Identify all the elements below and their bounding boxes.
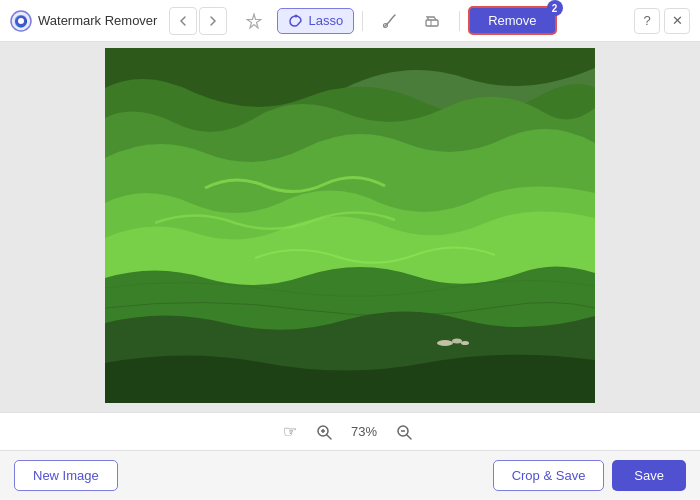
window-controls: ? ✕ bbox=[634, 8, 690, 34]
main-canvas-area bbox=[0, 42, 700, 412]
zoom-out-button[interactable] bbox=[391, 419, 417, 445]
brush-tool-button[interactable] bbox=[371, 8, 409, 34]
svg-marker-4 bbox=[247, 14, 261, 28]
svg-line-18 bbox=[407, 435, 411, 439]
svg-rect-7 bbox=[426, 20, 438, 26]
eraser-icon bbox=[424, 13, 440, 29]
svg-line-14 bbox=[327, 435, 331, 439]
remove-button[interactable]: Remove bbox=[468, 6, 556, 35]
zoom-in-icon bbox=[316, 424, 332, 440]
hand-tool-icon[interactable]: ☞ bbox=[283, 422, 297, 441]
tool-separator-2 bbox=[459, 11, 460, 31]
svg-point-10 bbox=[437, 340, 453, 346]
zoom-in-button[interactable] bbox=[311, 419, 337, 445]
close-button[interactable]: ✕ bbox=[664, 8, 690, 34]
zoom-out-icon bbox=[396, 424, 412, 440]
back-icon bbox=[177, 15, 189, 27]
bottom-toolbar: ☞ 73% bbox=[0, 412, 700, 450]
nav-buttons bbox=[169, 7, 227, 35]
footer-right: Crop & Save Save bbox=[493, 460, 686, 491]
svg-point-5 bbox=[295, 14, 298, 17]
lasso-label: Lasso bbox=[308, 13, 343, 28]
save-button[interactable]: Save bbox=[612, 460, 686, 491]
new-image-button[interactable]: New Image bbox=[14, 460, 118, 491]
remove-button-wrapper: Remove 2 bbox=[468, 6, 556, 35]
landscape-image bbox=[105, 48, 595, 403]
svg-point-11 bbox=[452, 338, 462, 343]
forward-button[interactable] bbox=[199, 7, 227, 35]
crop-save-button[interactable]: Crop & Save bbox=[493, 460, 605, 491]
footer-left: New Image bbox=[14, 460, 118, 491]
footer: New Image Crop & Save Save bbox=[0, 450, 700, 500]
eraser-tool-button[interactable] bbox=[413, 8, 451, 34]
svg-point-12 bbox=[461, 341, 469, 345]
tool-buttons: Lasso Remove 2 bbox=[235, 6, 556, 35]
forward-icon bbox=[207, 15, 219, 27]
svg-point-3 bbox=[18, 18, 24, 24]
tool-separator bbox=[362, 11, 363, 31]
help-button[interactable]: ? bbox=[634, 8, 660, 34]
back-button[interactable] bbox=[169, 7, 197, 35]
remove-badge: 2 bbox=[547, 0, 563, 16]
brush-icon bbox=[382, 13, 398, 29]
magic-icon bbox=[246, 13, 262, 29]
lasso-icon bbox=[288, 13, 304, 29]
magic-tool-button[interactable] bbox=[235, 8, 273, 34]
title-bar: 🔵 Watermark Remover bbox=[0, 0, 700, 42]
image-container bbox=[105, 48, 595, 407]
app-title: Watermark Remover bbox=[38, 13, 157, 28]
zoom-level: 73% bbox=[351, 424, 377, 439]
lasso-tool-button[interactable]: Lasso bbox=[277, 8, 354, 34]
app-logo: 🔵 Watermark Remover bbox=[10, 10, 157, 32]
app-logo-icon: 🔵 bbox=[10, 10, 32, 32]
